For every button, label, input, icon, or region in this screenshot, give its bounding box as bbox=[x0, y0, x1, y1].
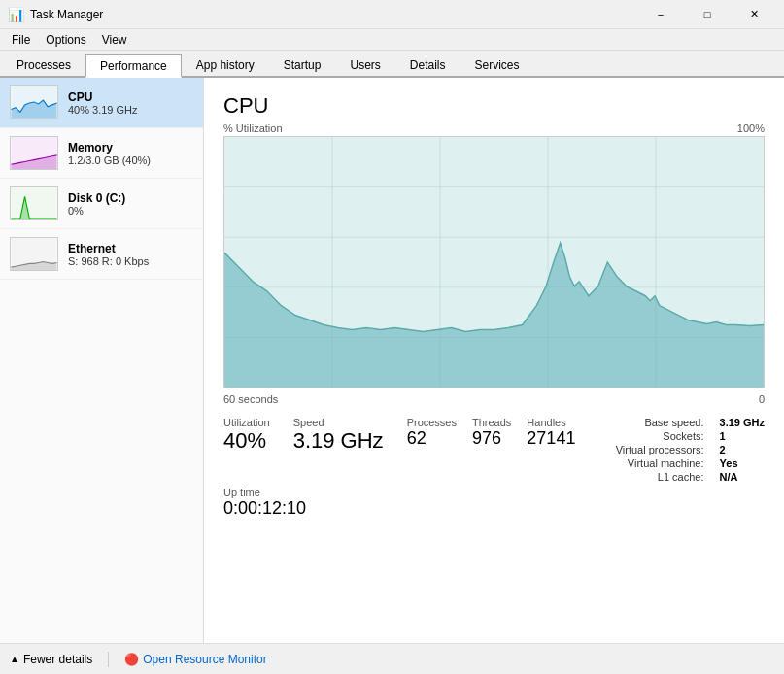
close-button[interactable]: ✕ bbox=[732, 5, 776, 24]
y-axis-label: % Utilization bbox=[223, 122, 283, 134]
title-bar-controls: − □ ✕ bbox=[638, 5, 776, 24]
l1-cache-value: N/A bbox=[720, 471, 765, 483]
disk-thumbnail bbox=[10, 186, 58, 220]
sidebar-item-disk[interactable]: Disk 0 (C:) 0% bbox=[0, 179, 203, 229]
tab-processes[interactable]: Processes bbox=[2, 52, 85, 76]
detail-specs: Base speed: 3.19 GHz Sockets: 1 Virtual … bbox=[616, 417, 765, 483]
memory-sidebar-name: Memory bbox=[68, 141, 193, 154]
open-resource-monitor-link[interactable]: 🔴 Open Resource Monitor bbox=[124, 653, 266, 666]
detail-panel: CPU % Utilization 100% bbox=[204, 78, 784, 643]
title-bar-title: Task Manager bbox=[30, 8, 103, 21]
handles-value: 27141 bbox=[527, 428, 575, 450]
sidebar-item-cpu[interactable]: CPU 40% 3.19 GHz bbox=[0, 78, 203, 128]
tab-performance[interactable]: Performance bbox=[85, 54, 182, 78]
cpu-sidebar-info: CPU 40% 3.19 GHz bbox=[68, 90, 193, 116]
menu-view[interactable]: View bbox=[94, 31, 135, 49]
tab-startup[interactable]: Startup bbox=[269, 52, 336, 76]
sidebar-item-memory[interactable]: Memory 1.2/3.0 GB (40%) bbox=[0, 128, 203, 179]
fewer-details-label: Fewer details bbox=[23, 653, 92, 666]
cpu-chart bbox=[223, 136, 765, 388]
tab-details[interactable]: Details bbox=[395, 52, 460, 76]
minimize-button[interactable]: − bbox=[638, 5, 683, 24]
maximize-button[interactable]: □ bbox=[685, 5, 730, 24]
tab-services[interactable]: Services bbox=[460, 52, 534, 76]
base-speed-value: 3.19 GHz bbox=[720, 417, 765, 428]
separator bbox=[108, 652, 109, 667]
x-axis-label: 60 seconds bbox=[223, 393, 278, 405]
base-speed-label: Base speed: bbox=[616, 417, 704, 428]
open-resource-monitor-label: Open Resource Monitor bbox=[143, 653, 266, 666]
tab-app-history[interactable]: App history bbox=[182, 52, 269, 76]
processes-label: Processes bbox=[407, 417, 457, 428]
virtual-processors-value: 2 bbox=[720, 444, 765, 455]
memory-sidebar-value: 1.2/3.0 GB (40%) bbox=[68, 154, 193, 166]
fewer-details-button[interactable]: ▲ Fewer details bbox=[10, 653, 92, 666]
uptime-section: Up time 0:00:12:10 bbox=[223, 487, 765, 519]
menu-file[interactable]: File bbox=[4, 31, 38, 49]
disk-sidebar-value: 0% bbox=[68, 205, 193, 217]
utilization-label: Utilization bbox=[223, 417, 270, 428]
disk-sidebar-info: Disk 0 (C:) 0% bbox=[68, 191, 193, 217]
tab-bar: Processes Performance App history Startu… bbox=[0, 51, 784, 78]
handles-label: Handles bbox=[527, 417, 575, 428]
menu-bar: File Options View bbox=[0, 29, 784, 51]
virtual-processors-label: Virtual processors: bbox=[616, 444, 704, 455]
ethernet-thumbnail bbox=[10, 237, 58, 271]
speed-label: Speed bbox=[293, 417, 384, 428]
stat-processes: Processes 62 bbox=[407, 417, 457, 483]
chart-container: % Utilization 100% bbox=[223, 122, 765, 405]
cpu-sidebar-value: 40% 3.19 GHz bbox=[68, 104, 193, 116]
disk-sidebar-name: Disk 0 (C:) bbox=[68, 191, 193, 205]
utilization-value: 40% bbox=[223, 428, 270, 454]
ethernet-sidebar-info: Ethernet S: 968 R: 0 Kbps bbox=[68, 242, 193, 267]
detail-title: CPU bbox=[223, 93, 765, 118]
menu-options[interactable]: Options bbox=[38, 31, 93, 49]
l1-cache-label: L1 cache: bbox=[616, 471, 704, 483]
threads-value: 976 bbox=[472, 428, 511, 450]
sockets-label: Sockets: bbox=[616, 430, 704, 442]
sidebar: CPU 40% 3.19 GHz Memory 1.2/3.0 GB (40%) bbox=[0, 78, 204, 643]
chevron-up-icon: ▲ bbox=[10, 654, 19, 664]
main-content: CPU 40% 3.19 GHz Memory 1.2/3.0 GB (40%) bbox=[0, 78, 784, 643]
uptime-label: Up time bbox=[223, 487, 765, 498]
processes-value: 62 bbox=[407, 428, 457, 450]
speed-value: 3.19 GHz bbox=[293, 428, 384, 454]
memory-sidebar-info: Memory 1.2/3.0 GB (40%) bbox=[68, 141, 193, 166]
title-bar: 📊 Task Manager − □ ✕ bbox=[0, 0, 784, 29]
threads-label: Threads bbox=[472, 417, 511, 428]
stat-handles: Handles 27141 bbox=[527, 417, 575, 483]
virtual-machine-value: Yes bbox=[720, 457, 765, 469]
y-axis-max: 100% bbox=[737, 122, 765, 134]
stat-group-right: Processes 62 Threads 976 Handles 27141 bbox=[407, 417, 576, 483]
svg-rect-4 bbox=[11, 187, 56, 219]
ethernet-sidebar-name: Ethernet bbox=[68, 242, 193, 255]
sockets-value: 1 bbox=[720, 430, 765, 442]
tab-users[interactable]: Users bbox=[335, 52, 394, 76]
stat-speed: Speed 3.19 GHz bbox=[293, 417, 384, 483]
ethernet-sidebar-value: S: 968 R: 0 Kbps bbox=[68, 255, 193, 267]
detail-stats: Utilization 40% Speed 3.19 GHz Processes… bbox=[223, 417, 765, 483]
chart-label-top: % Utilization 100% bbox=[223, 122, 765, 134]
bottom-bar: ▲ Fewer details 🔴 Open Resource Monitor bbox=[0, 643, 784, 674]
uptime-value: 0:00:12:10 bbox=[223, 498, 765, 519]
x-axis-end: 0 bbox=[759, 393, 765, 405]
detail-stats-left: Utilization 40% Speed 3.19 GHz Processes… bbox=[223, 417, 575, 483]
virtual-machine-label: Virtual machine: bbox=[616, 457, 704, 469]
cpu-sidebar-name: CPU bbox=[68, 90, 193, 104]
resource-monitor-icon: 🔴 bbox=[124, 653, 139, 666]
stat-threads: Threads 976 bbox=[472, 417, 511, 483]
cpu-thumbnail bbox=[10, 85, 58, 119]
sidebar-item-ethernet[interactable]: Ethernet S: 968 R: 0 Kbps bbox=[0, 229, 203, 280]
app-icon: 📊 bbox=[8, 7, 24, 22]
stat-utilization: Utilization 40% bbox=[223, 417, 270, 483]
memory-thumbnail bbox=[10, 136, 58, 170]
chart-label-bottom: 60 seconds 0 bbox=[223, 393, 765, 405]
title-bar-left: 📊 Task Manager bbox=[8, 7, 103, 22]
